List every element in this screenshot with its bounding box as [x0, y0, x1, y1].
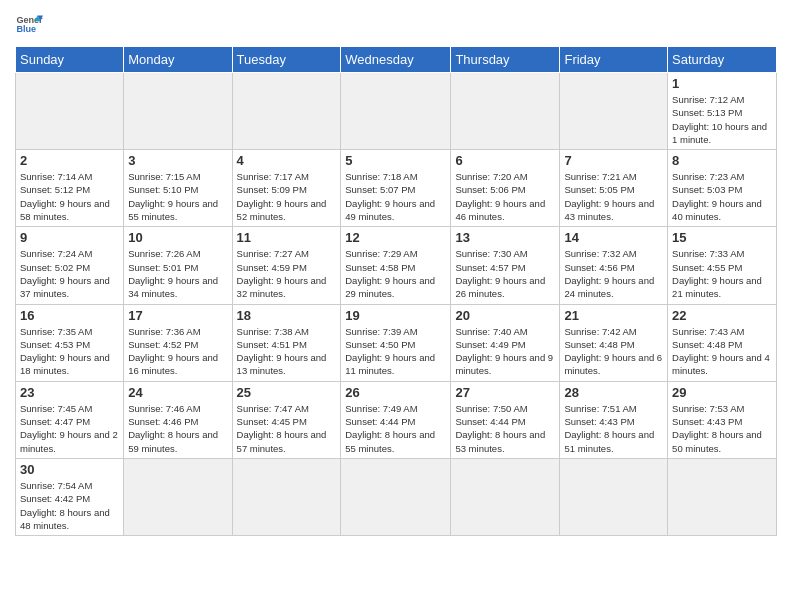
day-number: 10 [128, 230, 227, 245]
day-info: Sunrise: 7:42 AM Sunset: 4:48 PM Dayligh… [564, 325, 663, 378]
day-number: 2 [20, 153, 119, 168]
day-info: Sunrise: 7:33 AM Sunset: 4:55 PM Dayligh… [672, 247, 772, 300]
day-info: Sunrise: 7:14 AM Sunset: 5:12 PM Dayligh… [20, 170, 119, 223]
day-cell: 7Sunrise: 7:21 AM Sunset: 5:05 PM Daylig… [560, 150, 668, 227]
day-cell [124, 458, 232, 535]
calendar: SundayMondayTuesdayWednesdayThursdayFrid… [15, 46, 777, 536]
day-number: 1 [672, 76, 772, 91]
weekday-header-row: SundayMondayTuesdayWednesdayThursdayFrid… [16, 47, 777, 73]
day-cell: 20Sunrise: 7:40 AM Sunset: 4:49 PM Dayli… [451, 304, 560, 381]
day-cell [560, 73, 668, 150]
page: General Blue SundayMondayTuesdayWednesda… [0, 0, 792, 612]
day-info: Sunrise: 7:38 AM Sunset: 4:51 PM Dayligh… [237, 325, 337, 378]
logo: General Blue [15, 10, 35, 38]
day-number: 13 [455, 230, 555, 245]
header-area: General Blue [15, 10, 777, 38]
day-cell: 8Sunrise: 7:23 AM Sunset: 5:03 PM Daylig… [668, 150, 777, 227]
day-number: 30 [20, 462, 119, 477]
day-number: 29 [672, 385, 772, 400]
day-info: Sunrise: 7:35 AM Sunset: 4:53 PM Dayligh… [20, 325, 119, 378]
day-cell: 15Sunrise: 7:33 AM Sunset: 4:55 PM Dayli… [668, 227, 777, 304]
day-cell: 19Sunrise: 7:39 AM Sunset: 4:50 PM Dayli… [341, 304, 451, 381]
day-cell: 16Sunrise: 7:35 AM Sunset: 4:53 PM Dayli… [16, 304, 124, 381]
day-cell: 2Sunrise: 7:14 AM Sunset: 5:12 PM Daylig… [16, 150, 124, 227]
day-cell: 17Sunrise: 7:36 AM Sunset: 4:52 PM Dayli… [124, 304, 232, 381]
svg-text:Blue: Blue [16, 24, 36, 34]
day-cell: 10Sunrise: 7:26 AM Sunset: 5:01 PM Dayli… [124, 227, 232, 304]
day-number: 3 [128, 153, 227, 168]
week-row-3: 16Sunrise: 7:35 AM Sunset: 4:53 PM Dayli… [16, 304, 777, 381]
day-cell: 27Sunrise: 7:50 AM Sunset: 4:44 PM Dayli… [451, 381, 560, 458]
day-info: Sunrise: 7:45 AM Sunset: 4:47 PM Dayligh… [20, 402, 119, 455]
day-info: Sunrise: 7:46 AM Sunset: 4:46 PM Dayligh… [128, 402, 227, 455]
day-number: 6 [455, 153, 555, 168]
day-cell [451, 73, 560, 150]
weekday-thursday: Thursday [451, 47, 560, 73]
day-number: 15 [672, 230, 772, 245]
day-info: Sunrise: 7:47 AM Sunset: 4:45 PM Dayligh… [237, 402, 337, 455]
day-info: Sunrise: 7:15 AM Sunset: 5:10 PM Dayligh… [128, 170, 227, 223]
day-number: 20 [455, 308, 555, 323]
day-number: 9 [20, 230, 119, 245]
day-number: 18 [237, 308, 337, 323]
day-cell: 29Sunrise: 7:53 AM Sunset: 4:43 PM Dayli… [668, 381, 777, 458]
day-number: 5 [345, 153, 446, 168]
day-number: 14 [564, 230, 663, 245]
weekday-sunday: Sunday [16, 47, 124, 73]
day-info: Sunrise: 7:53 AM Sunset: 4:43 PM Dayligh… [672, 402, 772, 455]
day-cell: 26Sunrise: 7:49 AM Sunset: 4:44 PM Dayli… [341, 381, 451, 458]
day-cell: 30Sunrise: 7:54 AM Sunset: 4:42 PM Dayli… [16, 458, 124, 535]
day-number: 26 [345, 385, 446, 400]
day-cell: 5Sunrise: 7:18 AM Sunset: 5:07 PM Daylig… [341, 150, 451, 227]
day-cell: 12Sunrise: 7:29 AM Sunset: 4:58 PM Dayli… [341, 227, 451, 304]
day-number: 28 [564, 385, 663, 400]
day-number: 22 [672, 308, 772, 323]
day-cell: 11Sunrise: 7:27 AM Sunset: 4:59 PM Dayli… [232, 227, 341, 304]
day-info: Sunrise: 7:40 AM Sunset: 4:49 PM Dayligh… [455, 325, 555, 378]
day-info: Sunrise: 7:17 AM Sunset: 5:09 PM Dayligh… [237, 170, 337, 223]
day-number: 7 [564, 153, 663, 168]
day-cell: 9Sunrise: 7:24 AM Sunset: 5:02 PM Daylig… [16, 227, 124, 304]
week-row-2: 9Sunrise: 7:24 AM Sunset: 5:02 PM Daylig… [16, 227, 777, 304]
day-number: 27 [455, 385, 555, 400]
week-row-1: 2Sunrise: 7:14 AM Sunset: 5:12 PM Daylig… [16, 150, 777, 227]
day-number: 16 [20, 308, 119, 323]
day-cell [451, 458, 560, 535]
day-cell [16, 73, 124, 150]
day-cell: 18Sunrise: 7:38 AM Sunset: 4:51 PM Dayli… [232, 304, 341, 381]
day-info: Sunrise: 7:24 AM Sunset: 5:02 PM Dayligh… [20, 247, 119, 300]
day-cell [341, 73, 451, 150]
day-number: 11 [237, 230, 337, 245]
day-info: Sunrise: 7:12 AM Sunset: 5:13 PM Dayligh… [672, 93, 772, 146]
week-row-0: 1Sunrise: 7:12 AM Sunset: 5:13 PM Daylig… [16, 73, 777, 150]
day-cell: 1Sunrise: 7:12 AM Sunset: 5:13 PM Daylig… [668, 73, 777, 150]
day-number: 19 [345, 308, 446, 323]
day-cell: 22Sunrise: 7:43 AM Sunset: 4:48 PM Dayli… [668, 304, 777, 381]
weekday-friday: Friday [560, 47, 668, 73]
day-info: Sunrise: 7:23 AM Sunset: 5:03 PM Dayligh… [672, 170, 772, 223]
day-info: Sunrise: 7:39 AM Sunset: 4:50 PM Dayligh… [345, 325, 446, 378]
day-cell: 14Sunrise: 7:32 AM Sunset: 4:56 PM Dayli… [560, 227, 668, 304]
day-number: 24 [128, 385, 227, 400]
day-info: Sunrise: 7:30 AM Sunset: 4:57 PM Dayligh… [455, 247, 555, 300]
day-cell [560, 458, 668, 535]
day-cell: 28Sunrise: 7:51 AM Sunset: 4:43 PM Dayli… [560, 381, 668, 458]
day-cell [341, 458, 451, 535]
day-info: Sunrise: 7:21 AM Sunset: 5:05 PM Dayligh… [564, 170, 663, 223]
day-info: Sunrise: 7:51 AM Sunset: 4:43 PM Dayligh… [564, 402, 663, 455]
day-cell: 4Sunrise: 7:17 AM Sunset: 5:09 PM Daylig… [232, 150, 341, 227]
day-cell: 25Sunrise: 7:47 AM Sunset: 4:45 PM Dayli… [232, 381, 341, 458]
logo-icon: General Blue [15, 10, 43, 38]
weekday-saturday: Saturday [668, 47, 777, 73]
day-number: 8 [672, 153, 772, 168]
day-info: Sunrise: 7:54 AM Sunset: 4:42 PM Dayligh… [20, 479, 119, 532]
day-cell [124, 73, 232, 150]
day-cell: 6Sunrise: 7:20 AM Sunset: 5:06 PM Daylig… [451, 150, 560, 227]
weekday-monday: Monday [124, 47, 232, 73]
day-info: Sunrise: 7:27 AM Sunset: 4:59 PM Dayligh… [237, 247, 337, 300]
day-number: 23 [20, 385, 119, 400]
day-info: Sunrise: 7:32 AM Sunset: 4:56 PM Dayligh… [564, 247, 663, 300]
day-info: Sunrise: 7:29 AM Sunset: 4:58 PM Dayligh… [345, 247, 446, 300]
week-row-4: 23Sunrise: 7:45 AM Sunset: 4:47 PM Dayli… [16, 381, 777, 458]
week-row-5: 30Sunrise: 7:54 AM Sunset: 4:42 PM Dayli… [16, 458, 777, 535]
